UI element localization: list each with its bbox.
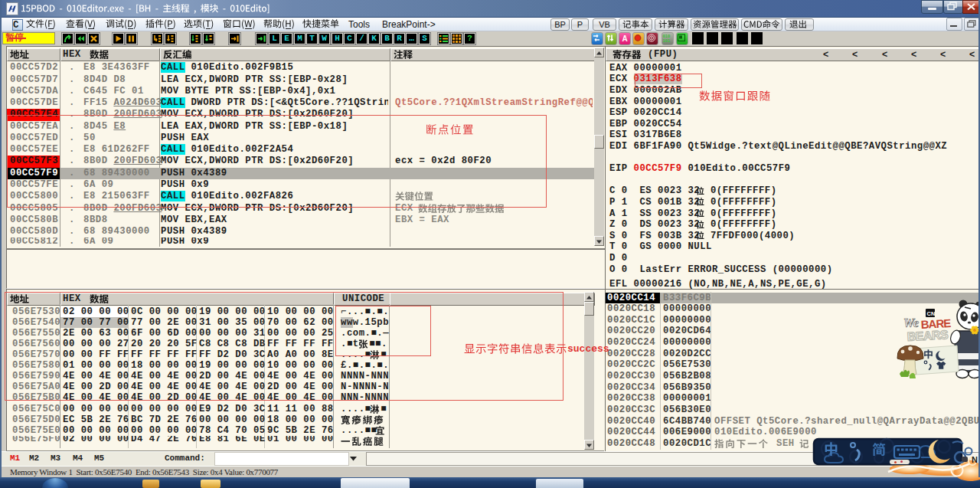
svg-text:CN: CN bbox=[927, 310, 936, 317]
svg-text:We: We bbox=[903, 316, 919, 329]
svg-text:101: 101 bbox=[663, 38, 671, 43]
svg-text:BEARS: BEARS bbox=[906, 328, 949, 343]
